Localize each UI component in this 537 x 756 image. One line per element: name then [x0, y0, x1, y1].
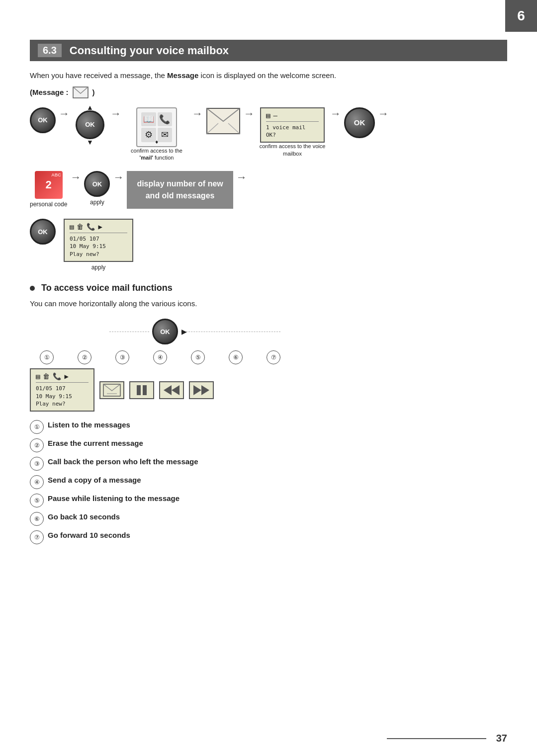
svg-marker-9 — [201, 385, 209, 395]
ok-nav-item: OK ▲ ▼ — [73, 107, 107, 142]
feature-4: ④ Send a copy of a message — [30, 475, 507, 489]
page-number: 6 — [517, 8, 525, 24]
svg-rect-4 — [137, 385, 141, 395]
svg-rect-5 — [143, 385, 147, 395]
nav-arrow-down-icon: ▼ — [87, 138, 93, 146]
circle-num-5: ⑤ — [191, 350, 205, 364]
ok-button-2: OK — [344, 107, 375, 138]
feature-3: ③ Call back the person who left the mess… — [30, 456, 507, 471]
svg-marker-6 — [164, 385, 172, 395]
nav-right-dash — [181, 332, 280, 332]
ok-button-1: OK — [30, 107, 56, 133]
screen-icon-1: ▤ — [266, 111, 270, 119]
feature-list: ① Listen to the messages ② Erase the cur… — [30, 420, 507, 544]
feature-num-5: ⑤ — [30, 494, 44, 507]
voicemail-screen-1: ▤ — 1 voice mail OK? — [260, 107, 325, 143]
svg-marker-7 — [172, 385, 179, 395]
bottom-divider — [387, 738, 486, 739]
screen2-line1: 01/05 107 — [70, 235, 127, 243]
function-message-icon — [99, 381, 124, 399]
screen-line1: 1 voice mail — [266, 124, 319, 131]
nav-diagram: OK ▶ ① ② ③ ④ ⑤ ⑥ ⑦ ▤ 🗑 📞 ▶ 01/05 107 10 … — [30, 316, 507, 412]
settings-icon: ⚙ — [141, 128, 156, 142]
voicemail-caption: confirm access to the voice mailbox — [258, 143, 327, 157]
bottom-bar: 37 — [387, 733, 507, 744]
mail-function-caption: confirm access to the 'mail' function — [124, 147, 189, 162]
message-label-close: ) — [92, 88, 95, 96]
intro-text-2: icon is displayed on the welcome screen. — [198, 71, 336, 80]
feature-num-4: ④ — [30, 475, 44, 489]
circle-num-6: ⑥ — [229, 350, 243, 364]
intro-paragraph: When you have received a message, the Me… — [30, 70, 507, 82]
feature-7: ⑦ Go forward 10 seconds — [30, 530, 507, 544]
section-number: 6.3 — [38, 44, 62, 57]
feature-num-6: ⑥ — [30, 512, 44, 526]
feature-1: ① Listen to the messages — [30, 420, 507, 434]
intro-text-1: When you have received a message, the — [30, 71, 167, 80]
voice-mail-desc: You can move horizontally along the vari… — [30, 299, 507, 308]
voice-mail-subtitle: To access voice mail functions — [30, 283, 507, 293]
screen-2-item: ▤ 🗑 📞 ▶ 01/05 107 10 May 9:15 Play new? … — [64, 219, 133, 271]
apply-label: apply — [90, 199, 104, 206]
feature-num-7: ⑦ — [30, 530, 44, 544]
circle-num-3: ③ — [115, 350, 129, 364]
feature-text-1: Listen to the messages — [48, 420, 130, 429]
circle-num-4: ④ — [153, 350, 167, 364]
nav-arrow-up-icon: ▲ — [87, 103, 93, 111]
envelope-large-icon — [206, 107, 241, 135]
screen2-icon-2: 🗑 — [77, 223, 84, 231]
arrow-3: → — [192, 107, 203, 120]
screen-2: ▤ 🗑 📞 ▶ 01/05 107 10 May 9:15 Play new? — [64, 219, 133, 262]
nav-left-dash — [109, 332, 149, 332]
feature-text-6: Go back 10 seconds — [48, 512, 120, 521]
ok-button-1-item: OK — [30, 107, 56, 133]
flow-row-1: OK → OK ▲ ▼ → 📖 📞 ⚙ ✉ ⬧ confirm access t… — [30, 107, 507, 162]
ok-apply-button: OK — [84, 171, 110, 197]
display-number-item: display number of newand old messages — [127, 171, 233, 209]
screen2-line2: 10 May 9:15 — [70, 243, 127, 250]
arrow-8: → — [113, 171, 124, 184]
feature-text-5: Pause while listening to the message — [48, 494, 179, 503]
flow-row-3: OK ▤ 🗑 📞 ▶ 01/05 107 10 May 9:15 Play ne… — [30, 219, 507, 271]
section-title: Consulting your voice mailbox — [70, 44, 229, 57]
mail-function-icon-item: 📖 📞 ⚙ ✉ ⬧ confirm access to the 'mail' f… — [124, 107, 189, 162]
feature-text-4: Send a copy of a message — [48, 476, 141, 484]
circle-num-1: ① — [40, 350, 54, 364]
screen-toolbar-2: ▤ 🗑 📞 ▶ — [70, 223, 127, 233]
circle-num-7: ⑦ — [267, 350, 280, 364]
envelope-large-item — [206, 107, 241, 135]
phone-icon: 📞 — [158, 112, 173, 127]
screen2-icon-4: ▶ — [98, 223, 102, 231]
page-number-box: 6 — [505, 0, 537, 32]
nav-ok-button: OK — [152, 319, 178, 344]
flow-row-2: 2 ABC personal code → OK apply → display… — [30, 171, 507, 209]
intro-bold: Message — [167, 71, 198, 80]
feature-text-3: Call back the person who left the messag… — [48, 457, 198, 466]
arrow-6: → — [378, 107, 389, 120]
function-screen-icon: ▤ 🗑 📞 ▶ 01/05 107 10 May 9:15 Play new? — [30, 368, 94, 412]
ok-screen-item: OK — [30, 219, 56, 245]
display-number-box: display number of newand old messages — [127, 171, 233, 209]
arrow-1: → — [59, 107, 70, 120]
screen-icon-2: — — [273, 111, 277, 119]
arrow-5: → — [330, 107, 341, 120]
feature-2: ② Erase the current message — [30, 438, 507, 452]
bullet-icon — [30, 286, 35, 291]
personal-code-item: 2 ABC personal code — [30, 171, 67, 208]
screen-line2: OK? — [266, 131, 319, 139]
message-label-text: (Message : — [30, 88, 69, 96]
ok-button-2-item: OK — [344, 107, 375, 138]
screen2-icon-1: ▤ — [70, 223, 74, 231]
feature-num-2: ② — [30, 438, 44, 452]
feature-6: ⑥ Go back 10 seconds — [30, 511, 507, 526]
envelope-menu-icon: ✉ — [158, 128, 173, 142]
ok-screen-button: OK — [30, 219, 56, 245]
function-fastforward-icon — [189, 381, 214, 399]
voicemail-screen-1-item: ▤ — 1 voice mail OK? confirm access to t… — [258, 107, 327, 157]
mail-function-icon-box: 📖 📞 ⚙ ✉ ⬧ — [136, 107, 177, 147]
screen2-line3: Play new? — [70, 251, 127, 258]
ok-nav-button: OK — [76, 110, 104, 139]
personal-code-label: personal code — [30, 201, 67, 208]
section-header: 6.3 Consulting your voice mailbox — [30, 40, 507, 61]
nav-ok-right-arrow: ▶ — [181, 328, 187, 336]
